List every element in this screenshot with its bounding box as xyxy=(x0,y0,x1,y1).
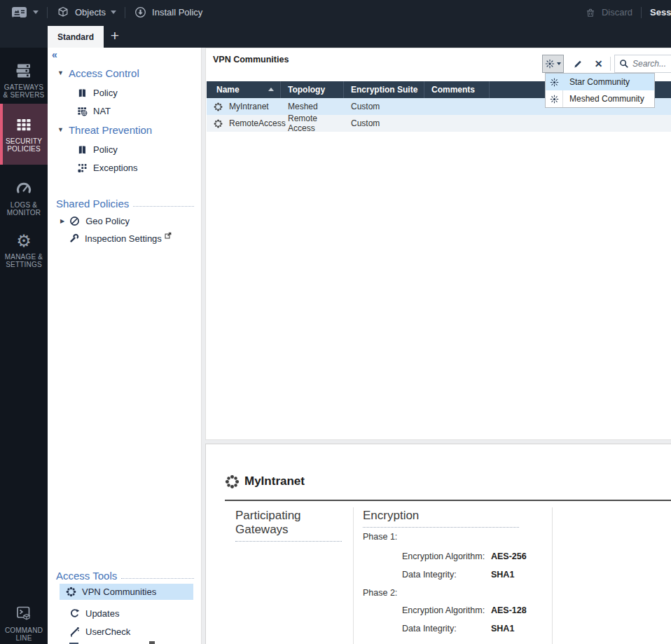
trash-icon xyxy=(584,6,597,19)
new-community-button[interactable] xyxy=(542,55,564,73)
partial-sidebar-item xyxy=(69,641,180,644)
tab-standard[interactable]: Standard xyxy=(48,26,104,48)
policy-sidebar: « ▼ Access Control Policy NAT ▼ Threat P… xyxy=(48,48,202,644)
column-header-comments[interactable]: Comments xyxy=(424,81,490,98)
chevron-down-icon xyxy=(111,11,116,14)
star-burst-icon xyxy=(545,59,555,69)
nav-rail: GATEWAYS& SERVERS SECURITYPOLICIES LOGS … xyxy=(0,48,48,644)
smartconsole-menu-button[interactable] xyxy=(11,6,39,19)
sidebar-item-vpn-communities[interactable]: VPN Communities xyxy=(60,584,193,600)
servers-icon xyxy=(15,62,33,80)
shared-policies-header: Shared Policies xyxy=(56,196,194,210)
divider xyxy=(47,7,48,18)
tree-access-control-policy[interactable]: Policy xyxy=(77,85,118,100)
install-policy-icon xyxy=(134,6,147,19)
vpn-community-icon xyxy=(225,474,240,489)
cube-icon xyxy=(56,6,70,20)
menu-item-star-community[interactable]: Star Community xyxy=(546,74,654,90)
section-divider xyxy=(353,507,354,644)
policy-book-icon xyxy=(77,144,88,155)
nav-logs-monitor[interactable]: LOGS &MONITOR xyxy=(0,175,48,220)
column-header-encryption-suite[interactable]: Encryption Suite xyxy=(344,81,424,98)
chevron-down-icon xyxy=(557,62,561,65)
divider xyxy=(125,7,125,18)
tree-access-control[interactable]: ▼ Access Control xyxy=(57,65,139,81)
chevron-down-icon xyxy=(33,11,39,14)
edit-button[interactable] xyxy=(568,55,587,73)
nav-manage-settings[interactable]: ⚙ MANAGE &SETTINGS xyxy=(0,228,48,273)
star-burst-icon xyxy=(546,78,562,87)
terminal-icon xyxy=(15,605,33,623)
dotted-leader xyxy=(121,578,194,579)
policy-book-icon xyxy=(77,88,88,98)
search-box xyxy=(614,55,671,73)
add-tab-button[interactable]: + xyxy=(106,25,123,46)
objects-menu-button[interactable]: Objects xyxy=(56,6,116,20)
phase2-data-integrity-value: SHA1 xyxy=(491,624,514,633)
sort-ascending-icon xyxy=(268,88,274,91)
nav-security-policies[interactable]: SECURITYPOLICIES xyxy=(0,104,48,165)
external-link-icon xyxy=(165,232,172,239)
access-tools-header: Access Tools xyxy=(56,568,194,582)
data-integrity-label: Data Integrity: xyxy=(402,570,457,580)
discard-button[interactable]: Discard xyxy=(584,6,632,19)
section-participating-gateways: Participating Gateways xyxy=(235,509,342,542)
policy-tab-strip: Standard + xyxy=(0,25,671,48)
star-burst-icon xyxy=(546,95,562,104)
tree-threat-prevention-policy[interactable]: Policy xyxy=(77,142,118,157)
exceptions-dots-icon xyxy=(77,163,88,173)
divider xyxy=(610,57,611,71)
refresh-icon xyxy=(69,608,80,619)
search-input[interactable] xyxy=(632,59,671,69)
divider xyxy=(641,7,642,18)
phase2-encryption-algorithm-value: AES-128 xyxy=(491,605,527,615)
encryption-algorithm-label: Encryption Algorithm: xyxy=(402,551,485,561)
encryption-algorithm-label: Encryption Algorithm: xyxy=(402,605,485,615)
sidebar-item-updates[interactable]: Updates xyxy=(69,605,119,621)
menu-item-meshed-community[interactable]: Meshed Community xyxy=(546,90,654,107)
session-menu-button[interactable]: Sessi xyxy=(650,7,671,18)
top-menu-bar: Objects Install Policy Discard Sessi xyxy=(0,0,671,25)
smartconsole-logo-icon xyxy=(11,6,28,19)
phase1-label: Phase 1: xyxy=(363,532,397,542)
collapse-sidebar-button[interactable]: « xyxy=(52,49,57,60)
gauge-icon xyxy=(15,179,33,198)
sidebar-item-usercheck[interactable]: UserCheck xyxy=(69,624,130,639)
data-integrity-label: Data Integrity: xyxy=(402,624,457,633)
column-header-topology[interactable]: Topology xyxy=(281,81,344,98)
details-title: MyIntranet xyxy=(244,474,305,488)
policy-grid-icon xyxy=(15,116,33,134)
phase1-encryption-algorithm-value: AES-256 xyxy=(491,551,527,561)
panel-title: VPN Communities xyxy=(213,55,289,64)
tree-exceptions[interactable]: Exceptions xyxy=(77,160,138,175)
chevron-collapsed-icon: ▶ xyxy=(60,218,64,224)
nav-command-line[interactable]: COMMANDLINE xyxy=(0,603,48,644)
pencil-icon xyxy=(572,59,583,69)
tree-threat-prevention[interactable]: ▼ Threat Prevention xyxy=(57,122,152,137)
vpn-communities-icon xyxy=(66,587,76,597)
objects-label: Objects xyxy=(75,7,106,18)
tree-inspection-settings[interactable]: Inspection Settings xyxy=(69,231,172,246)
table-row[interactable]: RemoteAccess Remote Access Custom xyxy=(207,115,671,132)
column-header-name[interactable]: Name xyxy=(207,81,281,98)
install-policy-label: Install Policy xyxy=(152,7,202,18)
title-underline xyxy=(225,500,671,501)
chevron-expanded-icon: ▼ xyxy=(57,126,64,133)
nav-gateways-servers[interactable]: GATEWAYS& SERVERS xyxy=(0,57,48,102)
geo-policy-icon xyxy=(69,216,80,226)
delete-button[interactable]: ✕ xyxy=(589,55,608,73)
vpn-community-icon xyxy=(214,102,223,111)
gear-icon: ⚙ xyxy=(16,233,32,249)
wrench-icon xyxy=(69,233,79,244)
vpn-community-icon xyxy=(214,119,223,128)
section-divider xyxy=(552,507,553,644)
search-icon xyxy=(619,59,629,69)
chevron-expanded-icon: ▼ xyxy=(57,69,64,76)
section-encryption: Encryption xyxy=(363,509,519,528)
discard-label: Discard xyxy=(602,7,632,18)
install-policy-button[interactable]: Install Policy xyxy=(134,6,202,19)
tree-geo-policy[interactable]: ▶ Geo Policy xyxy=(60,213,130,228)
usercheck-icon xyxy=(69,626,80,637)
dotted-leader xyxy=(133,206,194,207)
tree-nat[interactable]: NAT xyxy=(77,103,111,118)
